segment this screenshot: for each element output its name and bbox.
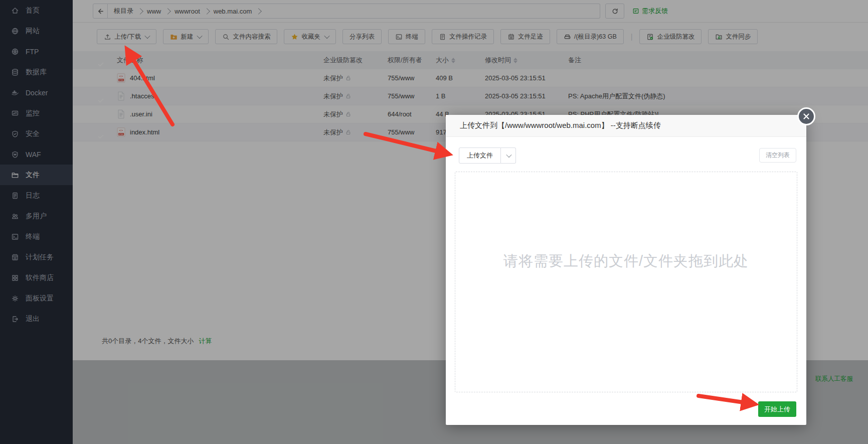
start-upload-button[interactable]: 开始上传: [758, 401, 796, 417]
clear-list-button[interactable]: 清空列表: [759, 148, 796, 163]
chevron-down-icon: [506, 152, 511, 158]
dialog-close-button[interactable]: [797, 107, 815, 125]
upload-file-split-button: 上传文件: [459, 147, 516, 164]
upload-dialog: 上传文件到【/www/wwwroot/web.mai.com】 --支持断点续传…: [446, 115, 806, 425]
upload-file-button[interactable]: 上传文件: [459, 147, 501, 164]
upload-dropzone[interactable]: 请将需要上传的文件/文件夹拖到此处: [455, 172, 797, 392]
close-icon: [803, 113, 810, 120]
upload-dialog-title: 上传文件到【/www/wwwroot/web.mai.com】 --支持断点续传: [446, 115, 806, 137]
dropzone-hint: 请将需要上传的文件/文件夹拖到此处: [455, 251, 797, 271]
upload-type-dropdown[interactable]: [501, 147, 516, 164]
